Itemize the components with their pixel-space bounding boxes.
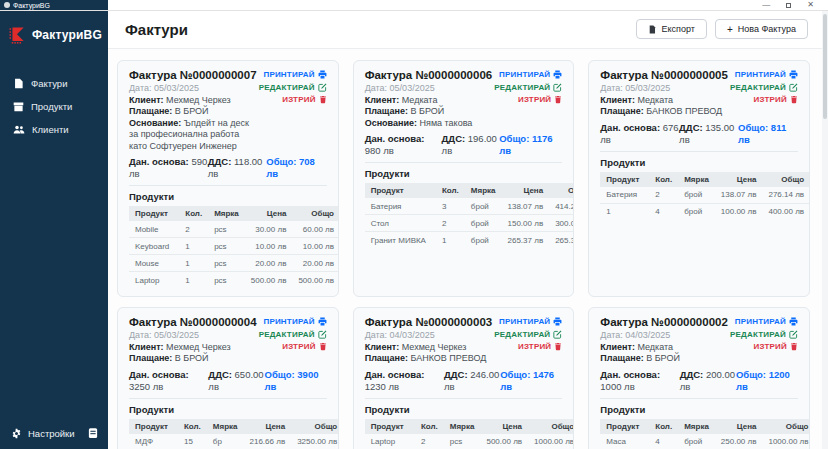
invoice-number: Фактура №0000000005 bbox=[600, 68, 728, 83]
printer-icon bbox=[318, 70, 327, 79]
product-cell: pcs bbox=[444, 434, 481, 449]
product-cell: pcs bbox=[208, 221, 245, 238]
col-price: Цена bbox=[502, 183, 550, 198]
close-button[interactable]: ✕ bbox=[807, 1, 814, 9]
trash-icon bbox=[554, 95, 562, 104]
invoice-totals: Дан. основа: 1000 лв ДДС: 200.00 лв Общо… bbox=[600, 369, 798, 393]
minimize-button[interactable]: — bbox=[762, 1, 770, 9]
trash-icon bbox=[790, 95, 798, 104]
product-row: Стол2брой150.00 лв300.00 лв bbox=[365, 215, 575, 232]
product-cell: 138.07 лв bbox=[715, 187, 763, 204]
brand: ФактуриBG bbox=[0, 11, 108, 56]
trash-icon bbox=[319, 95, 327, 104]
sidebar-item-label: Клиенти bbox=[32, 124, 69, 135]
product-cell: брой bbox=[465, 198, 502, 215]
sidebar-item-invoices[interactable]: Фактури bbox=[0, 72, 108, 95]
invoice-date: Дата: 04/03/2025 bbox=[365, 330, 493, 342]
products-title: Продукти bbox=[129, 191, 327, 202]
edit-button[interactable]: РЕДАКТИРАЙ bbox=[494, 329, 562, 340]
edit-icon bbox=[789, 83, 798, 92]
invoice-totals: Дан. основа: 1230 лв ДДС: 246.00 лв Общо… bbox=[365, 369, 563, 393]
product-row: Mouse1pcs20.00 лв20.00 лв bbox=[129, 255, 339, 272]
edit-button[interactable]: РЕДАКТИРАЙ bbox=[259, 82, 327, 93]
invoice-number: Фактура №0000000003 bbox=[365, 315, 493, 330]
product-cell: 500.00 лв bbox=[480, 434, 528, 449]
export-button-label: Експорт bbox=[662, 24, 695, 34]
edit-button[interactable]: РЕДАКТИРАЙ bbox=[494, 82, 562, 93]
vat: ДДС: 118.00 лв bbox=[208, 156, 266, 180]
delete-button[interactable]: ИЗТРИЙ bbox=[754, 94, 798, 105]
print-button[interactable]: ПРИНТИРАЙ bbox=[499, 69, 562, 80]
products-title: Продукти bbox=[365, 168, 563, 179]
invoice-card: Фактура №0000000003 Дата: 04/03/2025 Кли… bbox=[353, 307, 575, 449]
sidebar-item-label: Настройки bbox=[28, 428, 75, 439]
print-button[interactable]: ПРИНТИРАЙ bbox=[735, 316, 798, 327]
invoice-number: Фактура №0000000002 bbox=[600, 315, 728, 330]
invoice-actions: ПРИНТИРАЙ РЕДАКТИРАЙ ИЗТРИЙ bbox=[494, 68, 562, 129]
product-cell: 2 bbox=[175, 221, 208, 238]
col-quantity: Кол. bbox=[432, 183, 465, 198]
export-button[interactable]: Експорт bbox=[636, 19, 707, 39]
product-row: Laptop1pcs500.00 лв500.00 лв bbox=[129, 272, 339, 289]
products-table: Продукт Кол. Мярка Цена Общо Mobile2pcs3… bbox=[129, 206, 339, 288]
print-button[interactable]: ПРИНТИРАЙ bbox=[263, 69, 326, 80]
print-button[interactable]: ПРИНТИРАЙ bbox=[735, 69, 798, 80]
product-cell: Mouse bbox=[129, 255, 175, 272]
col-quantity: Кол. bbox=[174, 419, 207, 434]
product-cell: 138.07 лв bbox=[502, 198, 550, 215]
edit-icon bbox=[553, 83, 562, 92]
product-cell: pcs bbox=[208, 238, 245, 255]
trash-icon bbox=[554, 342, 562, 351]
product-cell: Маса bbox=[600, 434, 645, 449]
edit-button[interactable]: РЕДАКТИРАЙ bbox=[730, 329, 798, 340]
new-invoice-button-label: Нова Фактура bbox=[738, 24, 796, 34]
products-table: Продукт Кол. Мярка Цена Общо Маса4брой25… bbox=[600, 419, 810, 449]
col-total: Общо bbox=[549, 183, 574, 198]
delete-button[interactable]: ИЗТРИЙ bbox=[282, 94, 326, 105]
invoice-payment: Плащане: В БРОЙ bbox=[129, 106, 259, 118]
invoice-reason: Основание: Ъпдейт на деск за професионал… bbox=[129, 118, 259, 153]
printer-icon bbox=[789, 70, 798, 79]
sidebar-item-clients[interactable]: Клиенти bbox=[0, 118, 108, 141]
invoice-client: Клиент: Мехмед Черкез bbox=[129, 95, 259, 107]
scrollbar-thumb[interactable] bbox=[823, 14, 827, 119]
edit-button[interactable]: РЕДАКТИРАЙ bbox=[259, 329, 327, 340]
database-button[interactable] bbox=[87, 427, 99, 439]
box-icon bbox=[13, 101, 24, 112]
product-cell: 4 bbox=[645, 203, 678, 220]
col-quantity: Кол. bbox=[645, 419, 678, 434]
page-header: Фактури Експорт + Нова Фактура bbox=[108, 11, 828, 49]
product-cell: 1 bbox=[175, 238, 208, 255]
new-invoice-button[interactable]: + Нова Фактура bbox=[715, 19, 808, 39]
col-total: Общо bbox=[762, 172, 810, 187]
total: Общо: 1200 лв bbox=[736, 369, 792, 393]
database-icon bbox=[87, 427, 99, 439]
delete-button[interactable]: ИЗТРИЙ bbox=[754, 341, 798, 352]
brand-logo-icon bbox=[8, 24, 26, 46]
delete-button[interactable]: ИЗТРИЙ bbox=[518, 341, 562, 352]
delete-button[interactable]: ИЗТРИЙ bbox=[518, 94, 562, 105]
export-file-icon bbox=[648, 25, 657, 34]
col-unit: Мярка bbox=[678, 172, 715, 187]
sidebar-item-products[interactable]: Продукти bbox=[0, 95, 108, 118]
invoice-actions: ПРИНТИРАЙ РЕДАКТИРАЙ ИЗТРИЙ bbox=[730, 315, 798, 365]
total: Общо: 3900 лв bbox=[265, 369, 321, 393]
edit-button[interactable]: РЕДАКТИРАЙ bbox=[730, 82, 798, 93]
brand-name: ФактуриBG bbox=[32, 28, 102, 42]
product-row: Батерия3брой138.07 лв414.21 лв bbox=[365, 198, 575, 215]
maximize-button[interactable] bbox=[786, 3, 791, 8]
product-cell: 400.00 лв bbox=[762, 203, 810, 220]
invoice-date: Дата: 04/03/2025 bbox=[600, 330, 728, 342]
delete-button[interactable]: ИЗТРИЙ bbox=[282, 341, 326, 352]
printer-icon bbox=[318, 317, 327, 326]
tax-base: Дан. основа: 1000 лв bbox=[600, 369, 679, 393]
product-cell: 1 bbox=[175, 255, 208, 272]
invoice-number: Фактура №0000000007 bbox=[129, 68, 259, 83]
product-cell: 500.00 лв bbox=[245, 272, 293, 289]
print-button[interactable]: ПРИНТИРАЙ bbox=[499, 316, 562, 327]
invoice-actions: ПРИНТИРАЙ РЕДАКТИРАЙ ИЗТРИЙ bbox=[259, 315, 327, 365]
vat: ДДС: 196.00 лв bbox=[442, 133, 500, 157]
col-price: Цена bbox=[715, 172, 763, 187]
print-button[interactable]: ПРИНТИРАЙ bbox=[263, 316, 326, 327]
sidebar-item-settings[interactable]: Настройки bbox=[11, 428, 75, 439]
